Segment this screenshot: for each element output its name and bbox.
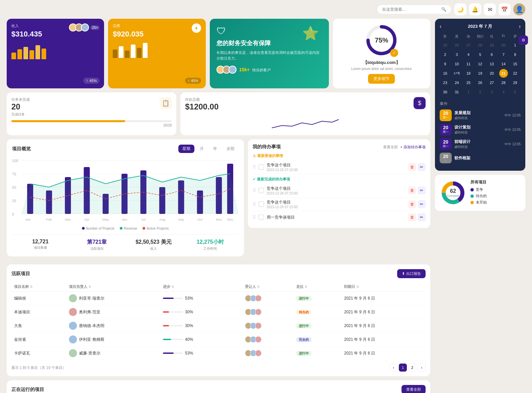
cal-day[interactable]: 4 — [499, 88, 508, 96]
cal-day[interactable]: 31 — [452, 88, 461, 96]
cal-day[interactable]: 30 — [441, 88, 449, 96]
cal-day[interactable]: 2 — [476, 88, 484, 96]
cal-day[interactable]: 28 — [499, 78, 508, 87]
todo-checkbox[interactable] — [259, 215, 264, 220]
prev-page-button[interactable]: ‹ — [389, 364, 397, 372]
tab-month[interactable]: 月 — [196, 145, 208, 153]
cal-day[interactable]: 29 — [487, 41, 496, 50]
cal-day[interactable]: 10 — [452, 60, 461, 68]
mail-icon[interactable]: ✉ — [484, 3, 496, 15]
drag-handle-icon[interactable]: ⠿ — [253, 188, 256, 193]
cal-day[interactable]: 7 — [499, 50, 508, 59]
cal-day[interactable]: 1 — [464, 88, 473, 96]
tab-year[interactable]: 年 — [209, 145, 221, 153]
todo-checkbox[interactable] — [259, 164, 264, 170]
sort-icon[interactable]: ⇅ — [88, 285, 91, 289]
sort-icon[interactable]: ⇅ — [30, 285, 32, 289]
todo-delete-button[interactable]: 🗑 — [408, 213, 416, 221]
page-1-button[interactable]: 1 — [399, 364, 407, 372]
cal-day[interactable]: 14 — [499, 60, 508, 68]
cal-day[interactable]: 30 — [499, 41, 508, 50]
cal-day[interactable]: 18 — [464, 69, 473, 78]
cal-day[interactable]: 12 — [476, 60, 484, 68]
page-2-button[interactable]: 2 — [408, 364, 416, 372]
cal-day[interactable]: 6 — [487, 50, 496, 59]
todo-item-actions: 🗑 ✏ — [408, 186, 426, 194]
todo-delete-button[interactable]: 🗑 — [408, 200, 416, 208]
todo-delete-button[interactable]: 🗑 — [408, 163, 416, 171]
banner-card: 🛡 您的财务安全有保障 长期以来的事实是，读者在查看页面布局时会被页面的可读内容… — [210, 19, 329, 88]
cal-day[interactable]: 24 — [452, 78, 461, 87]
tab-week[interactable]: 星期 — [178, 145, 194, 153]
cal-day[interactable]: 20 — [487, 69, 496, 78]
export-report-button[interactable]: ⬆ 出口报告 — [397, 269, 426, 278]
cell-progress: 30% — [160, 319, 242, 333]
cal-day[interactable]: 3 — [452, 50, 461, 59]
cal-day[interactable]: 1 — [511, 41, 520, 50]
event-date-day: 周一 — [442, 144, 450, 149]
cal-day[interactable]: 16 — [441, 69, 449, 78]
cal-day[interactable]: 8 — [511, 50, 520, 59]
search-box[interactable]: 🔍 — [377, 5, 451, 14]
cal-day[interactable]: 23 — [441, 78, 449, 87]
running-projects-card: 正在运行的项目 查看全部 — [7, 380, 430, 393]
cell-status: 进行中 — [293, 346, 341, 360]
view-all-button[interactable]: 查看全部 — [402, 385, 426, 393]
theme-toggle[interactable]: 🌙 — [454, 3, 466, 15]
more-details-button[interactable]: 更多细节 — [368, 74, 395, 84]
todo-edit-button[interactable]: ✏ — [418, 186, 426, 194]
drag-handle-icon[interactable]: ⠿ — [253, 215, 256, 220]
cal-day[interactable]: 5 — [476, 50, 484, 59]
tasks-count: 20 — [11, 102, 172, 111]
cal-day-today[interactable]: 21 — [499, 69, 508, 78]
cal-day[interactable]: 27 — [464, 41, 473, 50]
cal-day[interactable]: 11 — [464, 60, 473, 68]
savings-label: 存款总额 — [185, 97, 426, 102]
cal-day[interactable]: 19 — [476, 69, 484, 78]
sort-icon[interactable]: ⇅ — [257, 285, 260, 289]
calendar-settings-button[interactable]: ⚙ — [519, 35, 528, 45]
todo-view-all-link[interactable]: 查看全部 — [383, 145, 398, 150]
drag-handle-icon[interactable]: ⠿ — [253, 164, 256, 170]
tab-all[interactable]: 全部 — [223, 145, 239, 153]
todo-edit-button[interactable]: ✏ — [418, 163, 426, 171]
cal-day[interactable]: 25 — [441, 41, 449, 50]
cell-owner: 伊利亚·詹姆斯 — [66, 333, 160, 346]
event-date-badge: 20 周一 — [440, 109, 452, 121]
cal-day[interactable]: 17号 — [452, 69, 461, 78]
cal-day[interactable]: 2 — [441, 50, 449, 59]
notifications-icon[interactable]: 🔔 — [469, 3, 481, 15]
todo-delete-button[interactable]: 🗑 — [408, 186, 416, 194]
cal-day[interactable]: 25 — [464, 78, 473, 87]
todo-edit-button[interactable]: ✏ — [418, 213, 426, 221]
sort-icon[interactable]: ⇅ — [171, 285, 174, 289]
drag-handle-icon[interactable]: ⠿ — [253, 202, 256, 207]
sort-icon[interactable]: ⇅ — [304, 285, 307, 289]
next-page-button[interactable]: › — [418, 364, 426, 372]
cal-day[interactable]: 3 — [487, 88, 496, 96]
cal-day[interactable]: 15 — [511, 60, 520, 68]
cal-day[interactable]: 5 — [511, 88, 520, 96]
cal-day[interactable]: 27 — [487, 78, 496, 87]
cal-day[interactable]: 26 — [476, 78, 484, 87]
todo-add-link[interactable]: + 添加待办事项 — [401, 145, 426, 150]
todo-checkbox[interactable] — [259, 188, 264, 193]
search-input[interactable] — [382, 7, 439, 12]
cal-prev-button[interactable]: ‹ — [440, 23, 441, 29]
cal-day[interactable]: 9 — [441, 60, 449, 68]
tasks-progress: 20/28 — [11, 120, 172, 127]
cal-day[interactable]: 29 — [511, 78, 520, 87]
cal-next-button[interactable]: › — [519, 23, 521, 29]
cal-day[interactable]: 22 — [511, 69, 520, 78]
cal-day[interactable]: 4 — [464, 50, 473, 59]
cal-day[interactable]: 28 — [476, 41, 484, 50]
todo-edit-button[interactable]: ✏ — [418, 200, 426, 208]
sort-icon[interactable]: ⇅ — [356, 285, 359, 289]
todo-checkbox[interactable] — [259, 202, 264, 207]
cal-day[interactable]: 13 — [487, 60, 496, 68]
calendar-icon[interactable]: 📅 — [499, 3, 511, 15]
event-company: 威特科技 — [454, 130, 502, 135]
revenue-bar-chart — [11, 43, 99, 59]
user-avatar[interactable]: 👤 — [513, 3, 525, 15]
cal-day[interactable]: 26 — [452, 41, 461, 50]
